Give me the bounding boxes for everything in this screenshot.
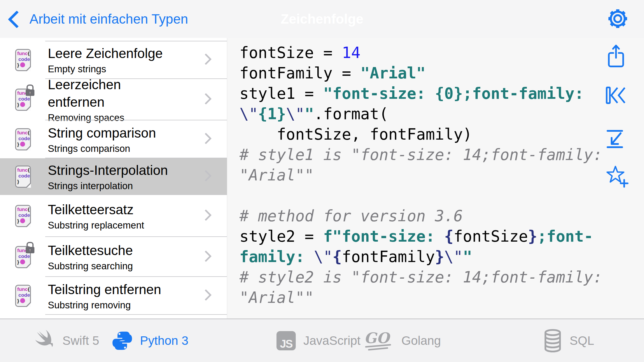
python-icon (112, 331, 132, 351)
chevron-right-icon (200, 53, 212, 65)
topic-subtitle: Strings comparison (48, 143, 188, 155)
chevron-right-icon (200, 170, 212, 182)
code-line: fontSize = 14 (239, 43, 644, 63)
func-code-document-icon: func{code} (15, 205, 31, 227)
settings-button[interactable] (607, 8, 629, 30)
swift-icon (33, 330, 55, 352)
tab-python[interactable]: Python 3 (112, 319, 188, 362)
code-line: fontFamily = "Arial" (239, 63, 644, 83)
topic-subtitle: Substring removing (48, 299, 188, 311)
topic-title: String comparison (48, 124, 188, 142)
topic-row[interactable]: func{code}Strings-InterpolationStrings i… (0, 158, 227, 195)
tab-label: Golang (401, 334, 441, 348)
code-line: \"{1}\"".format( (239, 104, 644, 124)
func-code-document-icon: func{code} (15, 49, 31, 71)
chevron-right-icon (200, 250, 212, 262)
func-code-document-icon: func{code}↑ (15, 89, 31, 111)
topic-row[interactable]: func{code}↑Leerzeichen entfernenRemoving… (0, 79, 227, 120)
topic-title: Strings-Interpolation (48, 161, 188, 179)
share-icon (606, 44, 626, 68)
dot-icon (20, 62, 25, 67)
tab-label: Python 3 (140, 334, 188, 348)
code-line: # method for version 3.6 (239, 206, 644, 226)
dot-icon (20, 218, 25, 223)
topic-title: Leerzeichen entfernen (48, 76, 135, 111)
topic-title: Teilstring entfernen (48, 281, 188, 298)
code-line: # style1 is "font-size: 14;font-family: (239, 145, 644, 165)
func-code-document-icon: func{code} (15, 285, 31, 307)
add-favorite-icon (606, 166, 629, 188)
dot-icon (20, 102, 25, 107)
tab-sql[interactable]: SQL (543, 319, 594, 362)
dot-icon (20, 259, 25, 264)
topic-subtitle: Strings interpolation (48, 180, 188, 192)
func-code-document-icon: func{code}↑ (15, 246, 31, 268)
code-line: # style2 is "font-size: 14;font-family: (239, 267, 644, 287)
tab-javascript[interactable]: JS JavaScript (276, 319, 360, 362)
chevron-right-icon (200, 289, 212, 301)
code-line: "Arial"" (239, 165, 644, 185)
lock-icon: ↑ (26, 85, 34, 96)
topic-row[interactable]: func{code}String comparisonStrings compa… (0, 120, 227, 158)
golang-icon: GO (363, 330, 394, 352)
func-code-document-icon: func{code} (15, 166, 31, 188)
lock-icon: ↑ (26, 242, 34, 253)
svg-text:GO: GO (364, 330, 391, 347)
chevron-right-icon (200, 133, 212, 144)
skip-to-start-icon (606, 86, 627, 104)
code-line: "Arial"" (239, 287, 644, 308)
dot-icon (20, 298, 25, 303)
func-code-document-icon: func{code} (15, 128, 31, 150)
dot-icon (20, 142, 25, 147)
back-button-label: Arbeit mit einfachen Typen (29, 11, 188, 27)
language-tabbar: Swift 5 Python 3 JS JavaScript GO (0, 319, 644, 362)
topic-subtitle: Empty strings (48, 63, 188, 75)
javascript-icon: JS (276, 331, 296, 350)
chevron-left-icon (8, 10, 26, 28)
chevron-right-icon (200, 93, 212, 105)
back-button[interactable]: Arbeit mit einfachen Typen (10, 0, 188, 38)
navbar: Arbeit mit einfachen Typen Zeichenfolge (0, 0, 644, 38)
tab-label: SQL (570, 334, 594, 348)
tab-label: Swift 5 (62, 334, 99, 348)
code-block: fontSize = 14fontFamily = "Arial"style1 … (239, 43, 644, 308)
topic-row[interactable]: func{code}Teilstring entfernenSubstring … (0, 277, 227, 315)
tab-golang[interactable]: GO Golang (363, 319, 441, 362)
add-favorite-button[interactable] (606, 166, 629, 189)
topic-row[interactable]: func{code}TeilketteersatzSubstring repla… (0, 195, 227, 237)
share-button[interactable] (606, 44, 626, 69)
code-line: family: \"{fontFamily}\"" (239, 247, 644, 267)
sql-icon (543, 329, 562, 352)
tab-label: JavaScript (303, 334, 360, 348)
skip-to-start-button[interactable] (606, 86, 627, 106)
code-line: fontSize, fontFamily) (239, 124, 644, 145)
code-line: style1 = "font-size: {0};font-family: (239, 83, 644, 104)
code-line (239, 185, 644, 206)
code-reference-app: Arbeit mit einfachen Typen Zeichenfolge (0, 0, 644, 362)
shrink-text-button[interactable] (606, 129, 624, 150)
topic-row[interactable]: func{code}Leere ZeichenfolgeEmpty string… (0, 41, 227, 79)
topic-list[interactable]: func{code}Leere ZeichenfolgeEmpty string… (0, 38, 227, 319)
tab-swift[interactable]: Swift 5 (33, 319, 99, 362)
topic-title: Leere Zeichenfolge (48, 45, 188, 62)
topic-title: Teilketteersatz (48, 201, 188, 218)
topic-title: Teilkettesuche (48, 242, 188, 259)
code-pane[interactable]: fontSize = 14fontFamily = "Arial"style1 … (227, 38, 644, 319)
code-line: style2 = f"font-size: {fontSize};font- (239, 226, 644, 247)
gear-icon (607, 8, 629, 30)
topic-subtitle: Substring searching (48, 260, 188, 272)
topic-row[interactable]: func{code}↑TeilkettesucheSubstring searc… (0, 237, 227, 277)
chevron-right-icon (200, 209, 212, 221)
topic-subtitle: Substring replacement (48, 219, 188, 231)
shrink-text-icon (606, 129, 624, 149)
